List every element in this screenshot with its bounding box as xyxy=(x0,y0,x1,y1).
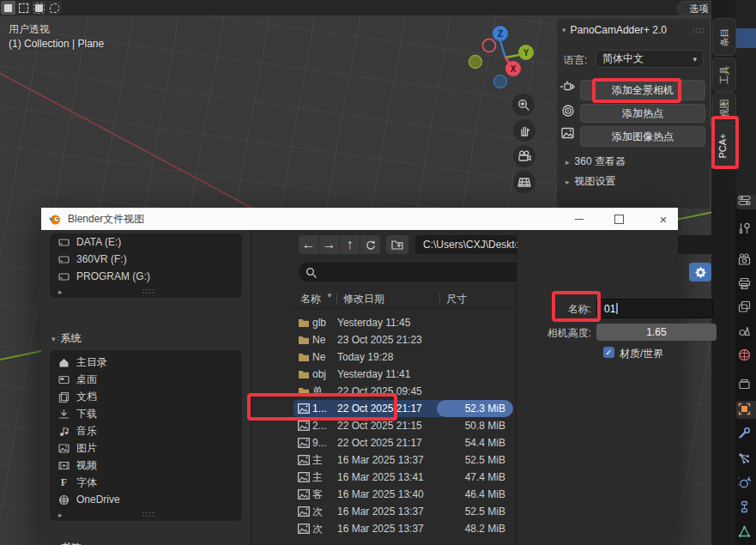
system-section-header[interactable]: ▾ 系统 :::: xyxy=(51,331,82,346)
add-hotspot-button[interactable]: 添加热点 xyxy=(580,104,705,123)
system-item-documents[interactable]: 文档 xyxy=(50,388,242,405)
zoom-icon[interactable] xyxy=(512,94,535,116)
properties-tab-render-icon[interactable] xyxy=(738,253,753,268)
material-world-label: 材质/世界 xyxy=(620,347,663,361)
properties-tab-data-icon[interactable] xyxy=(738,525,753,540)
file-row[interactable]: glbYesterday 11:45 xyxy=(295,314,512,331)
camera-height-input[interactable]: 1.65 xyxy=(596,324,717,341)
properties-tab-scene-icon[interactable] xyxy=(738,324,753,339)
grid-perspective-icon[interactable] xyxy=(513,171,535,193)
name-input[interactable]: 01 xyxy=(596,299,713,318)
add-image-hotspot-button[interactable]: 添加图像热点 xyxy=(580,126,705,147)
file-row[interactable]: Ne23 Oct 2025 21:23 xyxy=(295,331,512,348)
blender-logo-icon xyxy=(48,213,61,226)
volume-item[interactable]: 360VR (F:) xyxy=(50,251,242,268)
file-row[interactable]: 次16 Mar 2025 13:3752.5 MiB xyxy=(295,503,512,520)
expand-icon[interactable]: ▸ xyxy=(58,511,63,519)
system-item-home[interactable]: 主目录 xyxy=(50,350,242,371)
minimize-icon[interactable] xyxy=(575,219,584,220)
folder-icon xyxy=(298,318,310,328)
properties-tab-view-layer-icon[interactable] xyxy=(738,300,753,315)
up-icon[interactable]: ↑ xyxy=(340,235,360,254)
folder-icon xyxy=(298,335,310,345)
language-dropdown[interactable]: 简体中文 ▾ xyxy=(596,50,704,68)
resize-grip[interactable]: :::: xyxy=(142,511,154,518)
file-row[interactable]: 主16 Mar 2025 13:4147.4 MiB xyxy=(295,469,512,486)
check-icon: ✓ xyxy=(605,348,612,357)
file-row[interactable]: NeToday 19:28 xyxy=(295,348,512,366)
hotspot-icon xyxy=(560,103,576,118)
system-item-desktop[interactable]: 桌面 xyxy=(50,371,242,388)
volume-item[interactable]: DATA (E:) xyxy=(50,233,242,251)
material-world-checkbox[interactable]: ✓ xyxy=(603,347,614,358)
system-item-videos[interactable]: 视频 xyxy=(50,457,242,474)
bookmarks-section-header[interactable]: ▾ 书签 :::: xyxy=(51,541,82,545)
annotation-pca-tab xyxy=(711,116,739,169)
navigation-gizmo[interactable]: Z Y X xyxy=(463,21,542,95)
close-icon[interactable]: × xyxy=(650,208,676,230)
gizmo-neg-z[interactable] xyxy=(494,76,507,88)
properties-tab-object-icon[interactable] xyxy=(738,403,753,417)
image-file-icon xyxy=(298,524,310,534)
system-item-fonts[interactable]: F 字体 xyxy=(50,474,242,491)
properties-tab-collection-icon[interactable] xyxy=(738,378,753,392)
new-folder-icon[interactable] xyxy=(386,235,408,254)
annotation-selected-file xyxy=(247,393,397,421)
file-row[interactable]: objYesterday 11:41 xyxy=(295,366,512,383)
settings-gear-icon[interactable] xyxy=(689,263,711,282)
sidebar-tab-tool[interactable]: 工具 xyxy=(712,58,736,92)
pano-camera-icon xyxy=(560,79,576,94)
drive-icon xyxy=(58,237,70,248)
file-main-area: ← → ↑ C:\Users\CXJ\Desktop\gong\baoye\ xyxy=(251,230,678,545)
pan-hand-icon[interactable] xyxy=(513,119,535,142)
lasso-select-icon[interactable] xyxy=(47,1,62,15)
expand-icon[interactable]: ▸ xyxy=(58,288,63,296)
properties-tab-constraints-icon[interactable] xyxy=(738,500,753,515)
section-360-viewer[interactable]: ▸ 360 查看器 xyxy=(565,154,626,169)
volume-item[interactable]: PROGRAM (G:) xyxy=(50,268,242,285)
outliner-selected-row[interactable] xyxy=(735,28,756,48)
system-item-pictures[interactable]: 图片 xyxy=(50,439,242,457)
panel-grip[interactable]: :::: xyxy=(692,27,705,34)
panel-header[interactable]: ▾ PanoCamAdder+ 2.0 :::: xyxy=(562,22,705,38)
box-select-icon[interactable] xyxy=(16,1,31,15)
panel-title: PanoCamAdder+ 2.0 xyxy=(571,24,667,36)
file-row[interactable]: 客16 Mar 2025 13:4046.4 MiB xyxy=(295,486,512,503)
image-file-icon xyxy=(298,421,310,431)
column-size[interactable]: 尺寸 xyxy=(446,292,467,306)
circle-select-icon[interactable] xyxy=(32,1,46,15)
resize-grip[interactable]: :::: xyxy=(142,288,154,295)
tweak-select-icon[interactable] xyxy=(1,1,15,15)
section-grip[interactable]: :::: xyxy=(56,335,69,342)
file-row[interactable]: 9...22 Oct 2025 21:1754.4 MiB xyxy=(295,434,512,451)
properties-tab-output-icon[interactable] xyxy=(738,277,753,292)
column-separator xyxy=(336,294,337,305)
properties-tab-physics-icon[interactable] xyxy=(738,476,753,491)
column-separator xyxy=(439,294,440,305)
refresh-icon[interactable] xyxy=(360,235,380,254)
system-item-onedrive[interactable]: OneDrive xyxy=(50,491,242,508)
maximize-icon[interactable] xyxy=(614,215,624,224)
search-input[interactable] xyxy=(299,263,537,282)
properties-tab-particles-icon[interactable] xyxy=(738,452,753,467)
system-item-downloads[interactable]: 下载 xyxy=(50,405,242,422)
sort-descending-icon[interactable]: ▼ xyxy=(326,292,333,300)
column-name[interactable]: 名称 xyxy=(300,292,321,306)
properties-tab-tool-icon[interactable] xyxy=(738,222,753,237)
section-view-settings[interactable]: ▸ 视图设置 xyxy=(565,174,616,189)
column-date[interactable]: 修改日期 xyxy=(343,292,384,306)
camera-view-icon[interactable] xyxy=(513,145,535,167)
pane-divider[interactable] xyxy=(516,230,517,545)
system-item-music[interactable]: 音乐 xyxy=(50,422,242,439)
properties-tab-world-icon[interactable] xyxy=(738,348,753,363)
sidebar-tab-item[interactable]: 条目 xyxy=(712,18,736,56)
properties-tab-modifiers-icon[interactable] xyxy=(738,427,753,441)
gizmo-neg-y[interactable] xyxy=(469,56,482,69)
file-row[interactable]: 次16 Mar 2025 13:3748.2 MiB xyxy=(295,520,512,537)
file-row[interactable]: 主16 Mar 2025 13:3752.5 MiB xyxy=(295,451,512,469)
desktop-icon xyxy=(58,374,70,385)
forward-icon[interactable]: → xyxy=(319,235,339,254)
gizmo-neg-x[interactable] xyxy=(483,39,496,52)
properties-editor-icon[interactable] xyxy=(738,194,753,209)
back-icon[interactable]: ← xyxy=(299,235,318,254)
